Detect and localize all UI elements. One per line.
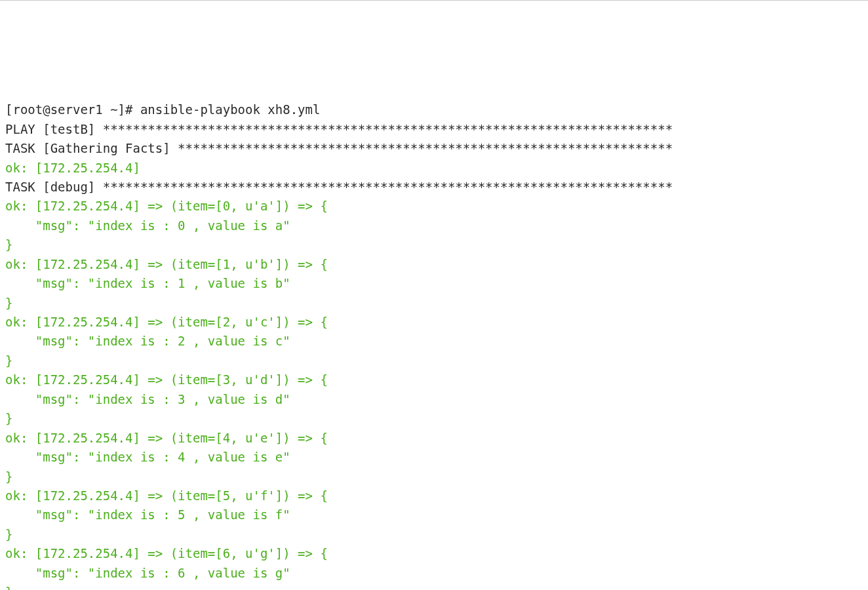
debug-item-msg-2: "msg": "index is : 2 , value is c" [5, 332, 863, 351]
debug-item-head-3: ok: [172.25.254.4] => (item=[3, u'd']) =… [5, 370, 863, 389]
debug-item-head-6: ok: [172.25.254.4] => (item=[6, u'g']) =… [5, 544, 863, 563]
debug-item-head-1: ok: [172.25.254.4] => (item=[1, u'b']) =… [5, 255, 863, 274]
top-border [0, 0, 868, 1]
debug-item-close-6: } [5, 583, 863, 590]
debug-item-msg-0: "msg": "index is : 0 , value is a" [5, 216, 863, 235]
debug-item-msg-5: "msg": "index is : 5 , value is f" [5, 505, 863, 524]
task-gathering-header: TASK [Gathering Facts] *****************… [5, 139, 863, 158]
debug-item-head-5: ok: [172.25.254.4] => (item=[5, u'f']) =… [5, 486, 863, 505]
debug-item-msg-4: "msg": "index is : 4 , value is e" [5, 448, 863, 467]
debug-item-close-4: } [5, 467, 863, 486]
debug-item-msg-1: "msg": "index is : 1 , value is b" [5, 274, 863, 293]
debug-item-head-4: ok: [172.25.254.4] => (item=[4, u'e']) =… [5, 429, 863, 448]
debug-item-msg-6: "msg": "index is : 6 , value is g" [5, 564, 863, 583]
debug-item-close-2: } [5, 351, 863, 370]
command-line: [root@server1 ~]# ansible-playbook xh8.y… [5, 100, 863, 119]
shell-command: ansible-playbook xh8.yml [140, 102, 321, 117]
play-header: PLAY [testB] ***************************… [5, 120, 863, 139]
debug-item-close-5: } [5, 525, 863, 544]
debug-item-close-1: } [5, 294, 863, 313]
terminal-output: [root@server1 ~]# ansible-playbook xh8.y… [5, 100, 863, 590]
debug-item-close-3: } [5, 409, 863, 428]
gathering-ok: ok: [172.25.254.4] [5, 159, 863, 178]
debug-item-msg-3: "msg": "index is : 3 , value is d" [5, 390, 863, 409]
debug-item-head-2: ok: [172.25.254.4] => (item=[2, u'c']) =… [5, 313, 863, 332]
debug-item-close-0: } [5, 235, 863, 254]
shell-prompt: [root@server1 ~]# [5, 102, 140, 117]
debug-item-head-0: ok: [172.25.254.4] => (item=[0, u'a']) =… [5, 197, 863, 216]
task-debug-header: TASK [debug] ***************************… [5, 178, 863, 197]
